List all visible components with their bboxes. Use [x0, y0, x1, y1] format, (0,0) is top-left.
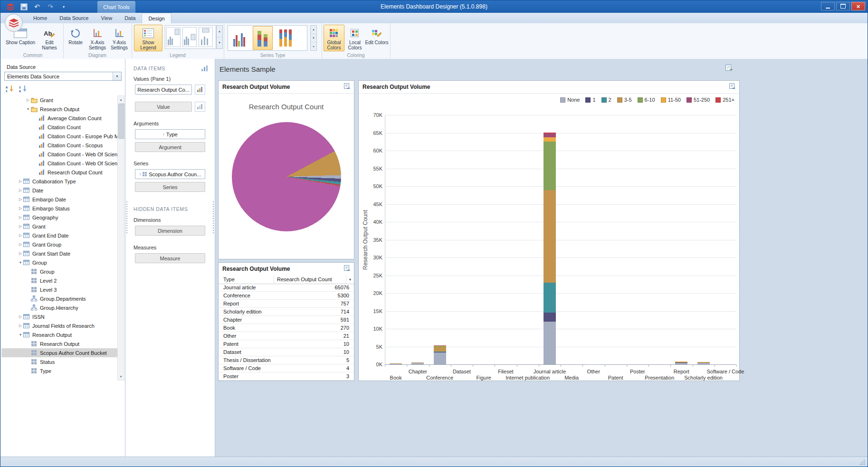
- rotate-button[interactable]: Rotate: [65, 25, 86, 51]
- tree-item[interactable]: Average Citation Count: [1, 114, 117, 123]
- series-gallery-down-icon[interactable]: ▼: [311, 34, 316, 43]
- chart-type-icon[interactable]: [200, 63, 210, 73]
- tree-item[interactable]: Type: [1, 366, 117, 375]
- table-row[interactable]: Scholarly edition714: [219, 308, 354, 316]
- tree-item[interactable]: Research Output: [1, 339, 117, 348]
- expand-arrow-icon[interactable]: ▷: [18, 197, 23, 201]
- resize-grip[interactable]: [860, 459, 866, 465]
- tree-item[interactable]: Citation Count - Web Of Science...: [1, 159, 117, 168]
- tree-item[interactable]: Level 3: [1, 285, 117, 294]
- tab-home[interactable]: Home: [27, 13, 53, 23]
- value-item-research-output-count[interactable]: Research Output Co...: [135, 85, 192, 95]
- tree-item[interactable]: ▷Journal Fields of Research: [1, 321, 117, 330]
- series-type-full-stacked-bar-option[interactable]: [276, 26, 296, 50]
- table-row[interactable]: Poster3: [219, 372, 354, 381]
- legend-position-option[interactable]: [198, 27, 213, 48]
- table-row[interactable]: Thesis / Dissertation5: [219, 356, 354, 364]
- series-type-bar-option[interactable]: [230, 26, 250, 50]
- tree-item[interactable]: ▷Collaboration Type: [1, 177, 117, 186]
- global-colors-button[interactable]: Global Colors: [324, 25, 344, 51]
- table-row[interactable]: Report757: [219, 300, 354, 308]
- table-row[interactable]: Patent10: [219, 340, 354, 348]
- expand-arrow-icon[interactable]: ▷: [18, 315, 23, 319]
- table-row[interactable]: Software / Code4: [219, 364, 354, 372]
- save-icon[interactable]: [19, 2, 28, 11]
- table-row[interactable]: Book270: [219, 324, 354, 332]
- maximize-button[interactable]: [836, 2, 850, 10]
- export-icon[interactable]: [343, 265, 350, 273]
- data-source-combo[interactable]: Elements Data Source ▼: [4, 72, 122, 81]
- expand-arrow-icon[interactable]: ▷: [18, 242, 23, 247]
- tree-item[interactable]: Group.Hierarchy: [1, 303, 117, 312]
- expand-arrow-icon[interactable]: ▷: [18, 233, 23, 238]
- argument-placeholder-button[interactable]: Argument: [135, 142, 205, 152]
- series-type-stacked-bar-option[interactable]: [253, 26, 273, 50]
- dashboard-export-icon[interactable]: [725, 64, 733, 73]
- expand-arrow-icon[interactable]: ▷: [25, 98, 31, 102]
- measure-placeholder-button[interactable]: Measure: [135, 253, 205, 263]
- value-placeholder-series-type-button[interactable]: [195, 102, 205, 112]
- tree-item[interactable]: Level 2: [1, 276, 117, 285]
- bar-chart-panel[interactable]: Research Output Volume None123-56-1011-5…: [358, 80, 740, 381]
- tree-item[interactable]: ▷Grant End Date: [1, 231, 117, 240]
- bar-stack[interactable]: [390, 363, 402, 364]
- close-button[interactable]: ×: [851, 2, 865, 10]
- expand-arrow-icon[interactable]: ▾: [18, 260, 23, 265]
- grid-header-research-output-count[interactable]: Research Output Count: [274, 275, 346, 284]
- value-series-type-button[interactable]: [195, 85, 205, 95]
- export-icon[interactable]: [343, 83, 350, 91]
- tree-item[interactable]: ▷Embargo Date: [1, 195, 117, 204]
- bar-stack[interactable]: [434, 345, 446, 364]
- tree-item[interactable]: ▷Grant Group: [1, 240, 117, 249]
- scrollbar-thumb[interactable]: [118, 104, 124, 139]
- legend-position-option[interactable]: [182, 27, 197, 48]
- tree-item[interactable]: Research Output Count: [1, 168, 117, 177]
- y-axis-settings-button[interactable]: Y-Axis Settings: [109, 25, 130, 51]
- expand-arrow-icon[interactable]: ▷: [18, 251, 23, 256]
- table-row[interactable]: Chapter591: [219, 316, 354, 324]
- expand-arrow-icon[interactable]: ▾: [18, 333, 23, 337]
- expand-arrow-icon[interactable]: ▷: [18, 324, 23, 328]
- tree-scrollbar[interactable]: ▲ ▼: [117, 95, 124, 381]
- x-axis-settings-button[interactable]: X-Axis Settings: [87, 25, 108, 51]
- show-legend-button[interactable]: Show Legend: [134, 25, 162, 51]
- tree-item[interactable]: ▷Grant: [1, 222, 117, 231]
- sort-descending-button[interactable]: za: [18, 84, 29, 94]
- edit-colors-button[interactable]: Edit Colors: [365, 25, 388, 51]
- undo-icon[interactable]: ↶: [33, 2, 41, 11]
- series-placeholder-button[interactable]: Series: [135, 182, 205, 192]
- local-colors-button[interactable]: Local Colors: [345, 25, 364, 51]
- pie-chart[interactable]: [232, 122, 341, 231]
- scroll-up-icon[interactable]: ▲: [118, 96, 124, 103]
- sort-ascending-button[interactable]: az: [4, 84, 16, 94]
- series-item-scopus-author-count[interactable]: ↑ Scopus Author Coun...: [135, 169, 205, 179]
- tab-design[interactable]: Design: [142, 13, 171, 24]
- chevron-down-icon[interactable]: ▼: [113, 72, 121, 80]
- series-gallery-up-icon[interactable]: ▲: [311, 26, 316, 34]
- pie-chart-panel[interactable]: Research Output Volume Research Output C…: [218, 80, 354, 259]
- tree-item[interactable]: ▾Research Output: [1, 105, 117, 114]
- expand-arrow-icon[interactable]: ▷: [18, 224, 23, 229]
- table-row[interactable]: Journal article65076: [219, 284, 354, 292]
- bar-stack[interactable]: [544, 133, 556, 364]
- app-logo-icon[interactable]: [6, 2, 15, 11]
- expand-arrow-icon[interactable]: ▷: [18, 179, 23, 183]
- tab-data[interactable]: Data: [118, 13, 142, 23]
- tree-item[interactable]: Scopus Author Count Bucket: [1, 348, 117, 357]
- grid-panel[interactable]: Research Output Volume Type Research Out…: [218, 262, 354, 381]
- dimension-placeholder-button[interactable]: Dimension: [135, 226, 205, 236]
- redo-icon[interactable]: ↷: [46, 2, 55, 11]
- tree-item[interactable]: ▷Grant Start Date: [1, 249, 117, 258]
- tab-data-source[interactable]: Data Source: [53, 13, 95, 23]
- bar-stack[interactable]: [675, 362, 687, 364]
- expand-arrow-icon[interactable]: ▷: [18, 188, 23, 192]
- minimize-button[interactable]: [821, 2, 835, 10]
- expand-arrow-icon[interactable]: ▷: [18, 206, 23, 210]
- grid-header-type[interactable]: Type: [219, 275, 274, 284]
- tree-item[interactable]: ▷Date: [1, 186, 117, 195]
- series-gallery-expand-icon[interactable]: ▾: [311, 42, 316, 50]
- tree-item[interactable]: Group: [1, 267, 117, 276]
- tree-item[interactable]: ▷Embargo Status: [1, 204, 117, 213]
- context-tab-chart-tools[interactable]: Chart Tools: [97, 1, 135, 13]
- app-menu-button[interactable]: [5, 14, 23, 32]
